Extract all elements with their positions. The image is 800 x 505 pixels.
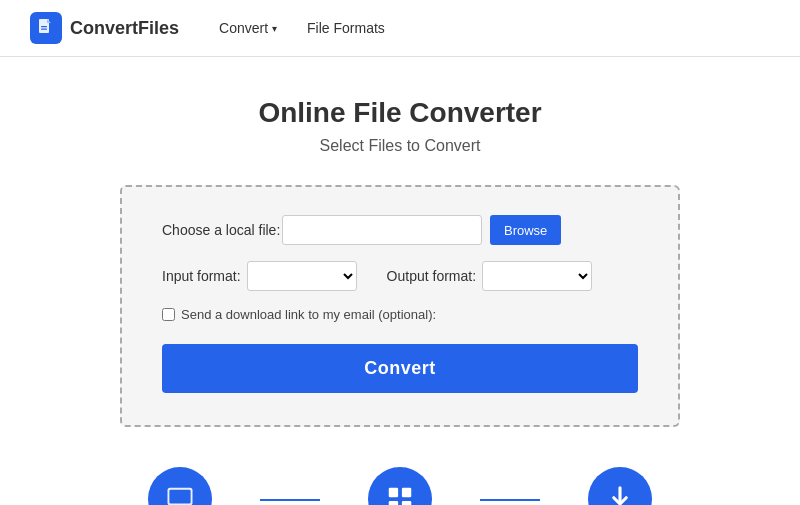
output-format-label: Output format: <box>387 268 476 284</box>
nav-convert[interactable]: Convert ▾ <box>219 20 277 36</box>
svg-rect-8 <box>389 488 398 497</box>
file-row: Choose a local file: Browse <box>162 215 638 245</box>
email-checkbox[interactable] <box>162 308 175 321</box>
step-2: Step 2 Choose a destination format. (We … <box>320 467 480 505</box>
step-3: Step 3 Download your converted file imme… <box>540 467 700 505</box>
logo-icon <box>30 12 62 44</box>
chevron-down-icon: ▾ <box>272 23 277 34</box>
step-1-icon <box>148 467 212 505</box>
page-subtitle: Select Files to Convert <box>320 137 481 155</box>
svg-rect-10 <box>389 501 398 505</box>
logo-text: ConvertFiles <box>70 18 179 39</box>
file-text-display <box>282 215 482 245</box>
svg-marker-1 <box>47 19 51 23</box>
navbar: ConvertFiles Convert ▾ File Formats <box>0 0 800 57</box>
page-title: Online File Converter <box>258 97 541 129</box>
input-format-select[interactable] <box>247 261 357 291</box>
step-1: Step 1 Select a file from your computer <box>100 467 260 505</box>
svg-rect-3 <box>41 29 47 30</box>
format-row: Input format: Output format: <box>162 261 638 291</box>
convert-button[interactable]: Convert <box>162 344 638 393</box>
input-format-group: Input format: <box>162 261 357 291</box>
converter-box: Choose a local file: Browse Input format… <box>120 185 680 427</box>
email-row: Send a download link to my email (option… <box>162 307 638 322</box>
logo[interactable]: ConvertFiles <box>30 12 179 44</box>
file-label: Choose a local file: <box>162 222 282 238</box>
nav-file-formats[interactable]: File Formats <box>307 20 385 36</box>
input-format-label: Input format: <box>162 268 241 284</box>
file-input-area: Browse <box>282 215 638 245</box>
output-format-group: Output format: <box>387 261 592 291</box>
main-content: Online File Converter Select Files to Co… <box>0 57 800 505</box>
step-connector-2 <box>480 499 540 501</box>
step-3-icon <box>588 467 652 505</box>
svg-rect-11 <box>402 501 411 505</box>
browse-button[interactable]: Browse <box>490 215 561 245</box>
step-connector-1 <box>260 499 320 501</box>
svg-rect-2 <box>41 26 47 27</box>
email-label: Send a download link to my email (option… <box>181 307 436 322</box>
svg-rect-9 <box>402 488 411 497</box>
output-format-select[interactable] <box>482 261 592 291</box>
step-2-icon <box>368 467 432 505</box>
steps-row: Step 1 Select a file from your computer … <box>100 467 700 505</box>
svg-rect-5 <box>169 490 190 504</box>
nav-links: Convert ▾ File Formats <box>219 20 385 36</box>
